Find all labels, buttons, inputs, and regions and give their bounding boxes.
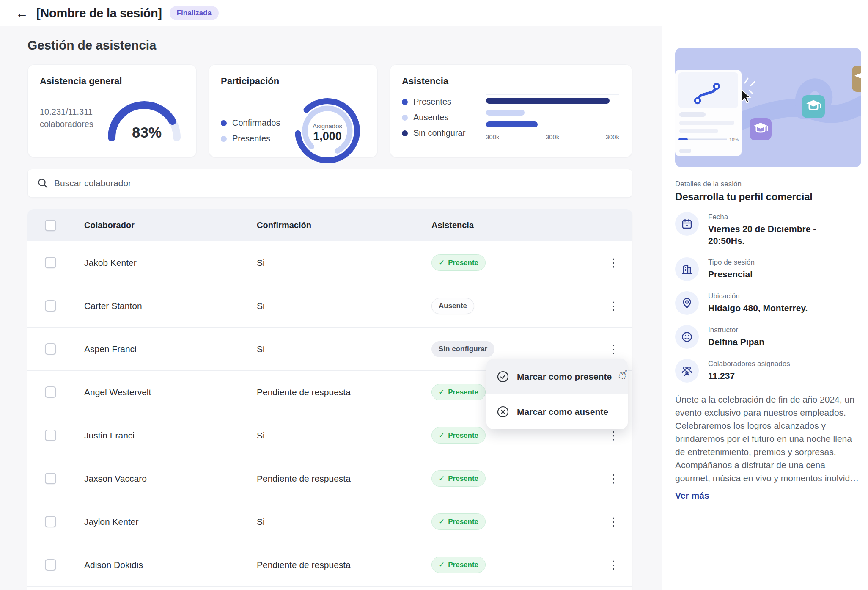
menu-item-x-circle[interactable]: Marcar como ausente [486, 394, 628, 429]
detail-label: Fecha [708, 213, 848, 221]
grad-cap-tile-tan [852, 66, 861, 92]
status-badge: Finalizada [170, 6, 219, 20]
building-icon-circle [675, 257, 699, 281]
menu-item-check-circle[interactable]: Marcar como presente☝ [486, 359, 628, 394]
confirmation-value: Pendiente de respuesta [247, 560, 421, 570]
confirmation-value: Si [247, 430, 421, 441]
x-circle-icon [497, 405, 509, 418]
row-checkbox[interactable] [45, 300, 56, 312]
card-asistencia: Asistencia PresentesAusentesSin configur… [390, 64, 632, 157]
attendance-badge: ✓ Presente [431, 384, 486, 400]
confirmation-value: Si [247, 517, 421, 527]
collaborator-name: Adison Dokidis [74, 560, 247, 570]
grad-cap-tile-purple [750, 118, 772, 140]
search-input[interactable] [54, 178, 623, 188]
detail-label: Tipo de sesión [708, 258, 755, 267]
legend-label: Presentes [413, 97, 451, 107]
detail-value: Viernes 20 de Diciembre - 20:50Hs. [708, 223, 848, 247]
confirmation-value: Si [247, 344, 421, 354]
attendance-badge: ✓ Presente [431, 427, 486, 444]
card-title: Asistencia general [40, 76, 184, 87]
donut-center-label: Asignados [313, 122, 342, 130]
details-label: Detalles de la sesión [675, 180, 861, 188]
search-bar [27, 169, 632, 198]
badge-label: Presente [448, 259, 478, 267]
axis-tick: 300k [486, 133, 500, 141]
row-context-menu: Marcar como presente☝Marcar como ausente [486, 359, 628, 429]
check-icon: ✓ [439, 560, 445, 569]
row-checkbox[interactable] [45, 343, 56, 355]
bar-plot [486, 94, 619, 130]
main-content: Gestión de asistencia Asistencia general… [0, 26, 662, 590]
detail-label: Instructor [708, 326, 764, 334]
badge-label: Sin configurar [439, 345, 487, 353]
detail-label: Colaboradores asignados [708, 360, 790, 368]
smiley-icon [681, 331, 693, 343]
legend-dot-icon [402, 130, 408, 136]
row-checkbox[interactable] [45, 559, 56, 571]
badge-label: Ausente [439, 302, 467, 310]
attendance-badge: ✓ Presente [431, 470, 486, 487]
check-icon: ✓ [439, 258, 445, 267]
legend-item: Ausentes [402, 113, 465, 122]
row-menu-button[interactable]: ⋮ [604, 297, 623, 315]
calendar-icon [681, 218, 693, 230]
confirmation-value: Pendiente de respuesta [247, 474, 421, 484]
legend-label: Presentes [232, 134, 270, 143]
detail-value: Hidalgo 480, Monterrey. [708, 302, 808, 314]
row-menu-button[interactable]: ⋮ [604, 556, 623, 574]
select-all-checkbox[interactable] [45, 220, 56, 231]
collaborator-name: Aspen Franci [74, 344, 247, 354]
detail-value: Delfina Pipan [708, 336, 764, 348]
row-menu-button[interactable]: ⋮ [604, 340, 623, 358]
session-detail-list: FechaViernes 20 de Diciembre - 20:50Hs.T… [675, 212, 861, 383]
badge-label: Presente [448, 518, 478, 526]
badge-label: Presente [448, 388, 478, 397]
legend-item: Sin configurar [402, 128, 465, 138]
column-confirmacion: Confirmación [247, 221, 421, 230]
donut-chart: Asignados 1,000 [291, 94, 364, 167]
confirmation-value: Si [247, 301, 421, 311]
table-row: Carter Stanton Si Ausente ⋮ [27, 284, 632, 328]
session-detail-building: Tipo de sesiónPresencial [675, 257, 861, 281]
legend-label: Sin configurar [413, 128, 465, 138]
progress-label: 10% [729, 137, 739, 142]
users-icon-circle [675, 359, 699, 383]
table-tail [27, 587, 632, 590]
row-checkbox[interactable] [45, 386, 56, 398]
donut-center-value: 1,000 [313, 130, 342, 143]
column-asistencia: Asistencia [421, 221, 594, 230]
card-participacion: Participación ConfirmadosPresentes Asign… [209, 64, 378, 157]
attendance-badge: ✓ Presente [431, 513, 486, 530]
row-menu-button[interactable]: ⋮ [604, 254, 623, 272]
attendance-badge: Ausente [431, 298, 474, 314]
back-button[interactable]: ← [13, 4, 31, 22]
check-icon: ✓ [439, 388, 445, 397]
confirmation-value: Pendiente de respuesta [247, 387, 421, 397]
session-detail-users: Colaboradores asignados11.237 [675, 359, 861, 383]
detail-value: 11.237 [708, 370, 790, 382]
see-more-link[interactable]: Ver más [675, 491, 709, 501]
bar-legend: PresentesAusentesSin configurar [402, 97, 465, 138]
row-checkbox[interactable] [45, 473, 56, 484]
row-checkbox[interactable] [45, 430, 56, 441]
collaborator-name: Jakob Kenter [74, 258, 247, 268]
row-checkbox[interactable] [45, 257, 56, 268]
row-checkbox[interactable] [45, 516, 56, 527]
card-asistencia-general: Asistencia general 10.231/11.311 colabor… [27, 64, 197, 157]
attendance-badge: Sin configurar [431, 341, 494, 357]
session-description: Únete a la celebración de fin de año 202… [675, 393, 863, 485]
table-header: Colaborador Confirmación Asistencia [27, 209, 632, 241]
card-title: Asistencia [402, 76, 620, 87]
donut-legend: ConfirmadosPresentes [221, 118, 280, 143]
grad-cap-tile-teal [802, 95, 825, 118]
row-menu-button[interactable]: ⋮ [604, 469, 623, 488]
badge-label: Presente [448, 431, 478, 440]
column-colaborador: Colaborador [74, 221, 247, 230]
bar-presentes [486, 121, 538, 127]
session-illustration: 10% [675, 48, 861, 167]
smiley-icon-circle [675, 325, 699, 349]
row-menu-button[interactable]: ⋮ [604, 513, 623, 531]
axis-tick: 300k [605, 133, 619, 141]
calendar-icon-circle [675, 212, 699, 236]
